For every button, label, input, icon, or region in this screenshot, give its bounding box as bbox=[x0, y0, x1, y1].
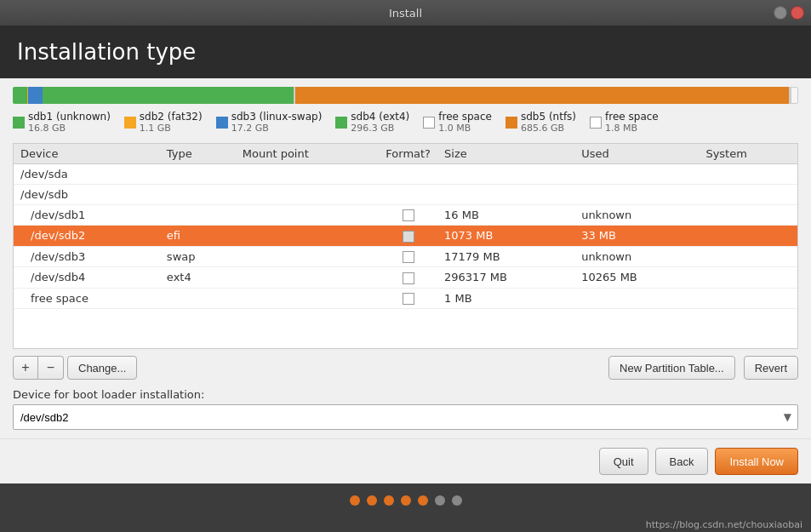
main-window: Installation type sdb1 (unknown)16.8 GBs… bbox=[0, 26, 811, 483]
cell-format[interactable] bbox=[379, 204, 437, 226]
cell-type bbox=[160, 163, 236, 184]
legend-item: sdb2 (fat32)1.1 GB bbox=[124, 111, 203, 134]
progress-dot-1 bbox=[367, 495, 377, 506]
add-partition-button[interactable]: + bbox=[13, 356, 38, 380]
cell-device: /dev/sdb1 bbox=[14, 204, 160, 226]
cell-format[interactable] bbox=[379, 288, 437, 309]
cell-system bbox=[699, 267, 797, 289]
progress-dot-5 bbox=[435, 495, 445, 506]
partition-table-wrapper: Device Type Mount point Format? Size Use… bbox=[13, 143, 798, 349]
format-checkbox[interactable] bbox=[403, 272, 414, 284]
legend-size: 1.1 GB bbox=[140, 123, 203, 134]
cell-type: swap bbox=[160, 246, 236, 267]
cell-system bbox=[699, 288, 797, 309]
close-button[interactable]: ✕ bbox=[791, 6, 804, 20]
legend-size: 1.0 MB bbox=[438, 123, 492, 134]
new-partition-table-button[interactable]: New Partition Table... bbox=[608, 356, 735, 380]
remove-partition-button[interactable]: − bbox=[38, 356, 64, 380]
cell-format[interactable] bbox=[379, 163, 437, 184]
legend-size: 296.3 GB bbox=[351, 123, 409, 134]
legend-label: sdb3 (linux-swap) bbox=[231, 111, 323, 123]
table-row[interactable]: /dev/sda bbox=[14, 163, 797, 184]
legend-color-box bbox=[505, 117, 517, 129]
cell-used bbox=[574, 184, 699, 204]
cell-used: unknown bbox=[574, 246, 699, 267]
progress-dots bbox=[0, 483, 811, 518]
cell-format[interactable] bbox=[379, 246, 437, 267]
page-title: Installation type bbox=[17, 39, 794, 65]
format-checkbox[interactable] bbox=[403, 231, 414, 243]
legend-label: sdb2 (fat32) bbox=[140, 111, 203, 123]
cell-device: /dev/sdb3 bbox=[14, 246, 160, 267]
col-format: Format? bbox=[379, 144, 437, 164]
cell-size: 16 MB bbox=[437, 204, 574, 226]
table-row[interactable]: /dev/sdb4ext4296317 MB10265 MB bbox=[14, 267, 797, 289]
progress-dot-2 bbox=[384, 495, 394, 506]
progress-dot-3 bbox=[401, 495, 411, 506]
partition-table: Device Type Mount point Format? Size Use… bbox=[14, 144, 797, 310]
legend-size: 1.8 MB bbox=[605, 123, 659, 134]
minimize-button[interactable]: – bbox=[774, 6, 787, 20]
table-row[interactable]: /dev/sdb2efi1073 MB33 MB bbox=[14, 226, 797, 247]
cell-used bbox=[574, 163, 699, 184]
progress-dot-4 bbox=[418, 495, 428, 506]
cell-type bbox=[160, 288, 236, 309]
cell-system bbox=[699, 246, 797, 267]
cell-format[interactable] bbox=[379, 267, 437, 289]
table-row[interactable]: free space1 MB bbox=[14, 288, 797, 309]
revert-button[interactable]: Revert bbox=[744, 356, 798, 380]
bootloader-select[interactable]: /dev/sda/dev/sdb/dev/sdb1/dev/sdb2/dev/s… bbox=[13, 404, 798, 430]
legend-size: 17.2 GB bbox=[231, 123, 323, 134]
format-checkbox[interactable] bbox=[403, 209, 414, 221]
legend-color-box bbox=[590, 117, 602, 129]
change-partition-button[interactable]: Change... bbox=[67, 356, 137, 380]
header: Installation type bbox=[0, 26, 811, 78]
progress-dot-6 bbox=[452, 495, 462, 506]
format-checkbox[interactable] bbox=[403, 251, 414, 263]
cell-mount bbox=[236, 267, 380, 289]
cell-type: efi bbox=[160, 226, 236, 247]
legend-item: sdb4 (ext4)296.3 GB bbox=[335, 111, 409, 134]
cell-mount bbox=[236, 184, 380, 204]
window-controls: – ✕ bbox=[774, 6, 804, 20]
bottom-bar: Quit Back Install Now bbox=[0, 438, 811, 483]
cell-used: 10265 MB bbox=[574, 267, 699, 289]
cell-system bbox=[699, 163, 797, 184]
cell-size: 17179 MB bbox=[437, 246, 574, 267]
cell-device: free space bbox=[14, 288, 160, 309]
legend-label: free space bbox=[605, 111, 659, 123]
cell-mount bbox=[236, 288, 380, 309]
col-type: Type bbox=[160, 144, 236, 164]
legend-size: 16.8 GB bbox=[28, 123, 111, 134]
format-checkbox[interactable] bbox=[403, 293, 414, 305]
back-button[interactable]: Back bbox=[655, 448, 709, 475]
legend-item: free space1.0 MB bbox=[423, 111, 492, 134]
col-device: Device bbox=[14, 144, 160, 164]
action-right: New Partition Table... Revert bbox=[605, 356, 798, 380]
install-now-button[interactable]: Install Now bbox=[715, 448, 798, 475]
cell-system bbox=[699, 184, 797, 204]
col-mountpoint: Mount point bbox=[236, 144, 380, 164]
bootloader-select-wrapper: /dev/sda/dev/sdb/dev/sdb1/dev/sdb2/dev/s… bbox=[13, 404, 798, 430]
cell-size: 1073 MB bbox=[437, 226, 574, 247]
col-size: Size bbox=[437, 144, 574, 164]
legend-label: sdb5 (ntfs) bbox=[521, 111, 576, 123]
cell-format[interactable] bbox=[379, 184, 437, 204]
cell-used: 33 MB bbox=[574, 226, 699, 247]
col-used: Used bbox=[574, 144, 699, 164]
legend-label: sdb4 (ext4) bbox=[351, 111, 409, 123]
cell-format[interactable] bbox=[379, 226, 437, 247]
cell-size: 296317 MB bbox=[437, 267, 574, 289]
legend-item: sdb3 (linux-swap)17.2 GB bbox=[216, 111, 323, 134]
bootloader-section: Device for boot loader installation: /de… bbox=[13, 388, 798, 430]
table-row[interactable]: /dev/sdb bbox=[14, 184, 797, 204]
bootloader-label: Device for boot loader installation: bbox=[13, 388, 798, 401]
cell-device: /dev/sdb2 bbox=[14, 226, 160, 247]
table-row[interactable]: /dev/sdb3swap17179 MBunknown bbox=[14, 246, 797, 267]
table-row[interactable]: /dev/sdb116 MBunknown bbox=[14, 204, 797, 226]
legend-color-box bbox=[13, 117, 25, 129]
legend-item: free space1.8 MB bbox=[590, 111, 659, 134]
progress-dot-0 bbox=[350, 495, 360, 506]
quit-button[interactable]: Quit bbox=[599, 448, 648, 475]
cell-mount bbox=[236, 204, 380, 226]
